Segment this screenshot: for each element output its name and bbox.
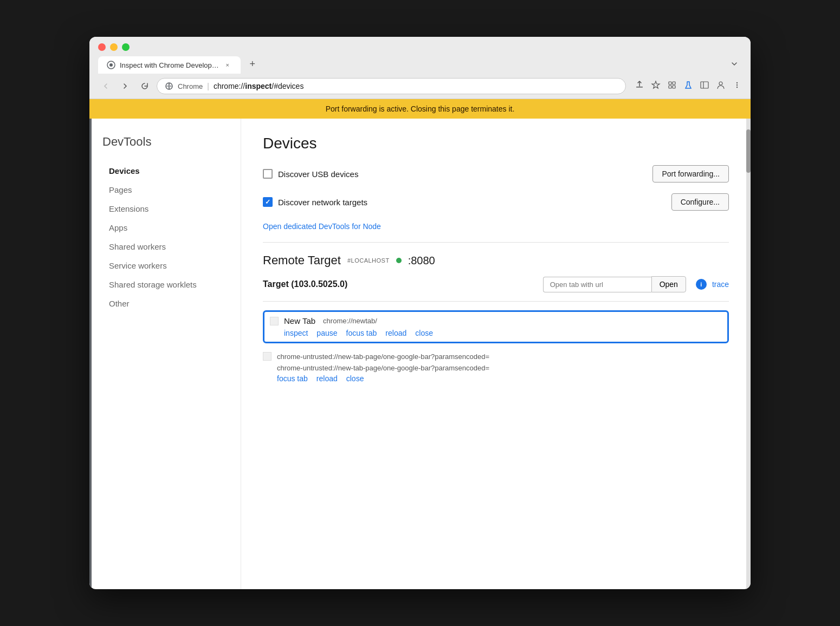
chromebar-reload-link[interactable]: reload [316,374,338,383]
divider-1 [263,242,729,243]
url-bar[interactable]: Chrome | chrome://inspect/#devices [157,78,626,94]
open-tab-button[interactable]: Open [651,276,686,292]
remote-target-title: Remote Target [263,253,341,268]
main-content: DevTools Devices Pages Extensions Apps S… [89,119,751,589]
close-button[interactable] [98,43,106,51]
newtab-header: New Tab chrome://newtab/ [270,316,722,325]
usb-checkbox[interactable] [263,169,273,179]
url-site-name: Chrome [178,82,203,90]
tab-close-button[interactable]: × [223,61,232,69]
url-input-row: Open [543,276,686,292]
localhost-badge: #LOCALHOST [347,257,390,264]
address-bar: Chrome | chrome://inspect/#devices [89,74,751,99]
sidebar-item-shared-storage-worklets[interactable]: Shared storage worklets [102,276,228,294]
port-forwarding-button[interactable]: Port forwarding... [652,165,729,182]
chromebar-favicon [263,352,272,361]
new-tab-button[interactable]: + [245,56,260,71]
sidebar-item-extensions[interactable]: Extensions [102,200,228,218]
svg-rect-3 [636,87,643,88]
remote-target-header: Remote Target #LOCALHOST :8080 [263,253,729,268]
minimize-button[interactable] [110,43,118,51]
chromebar-url-line2: chrome-untrusted://new-tab-page/one-goog… [277,364,729,372]
newtab-url: chrome://newtab/ [323,317,377,325]
port-text: :8080 [408,255,435,267]
svg-point-1 [109,63,113,67]
svg-point-13 [736,84,738,86]
share-icon[interactable] [635,80,644,92]
devtools-title: DevTools [102,135,228,149]
newtab-name: New Tab [284,316,315,325]
reload-button[interactable] [137,79,152,94]
chrome-globe-icon [165,82,173,90]
sidebar-item-pages[interactable]: Pages [102,181,228,199]
newtab-actions: inspect pause focus tab reload close [284,329,722,337]
sidebar-icon[interactable] [700,80,709,92]
url-separator: | [207,82,209,90]
chrome-icon [107,61,115,69]
network-checkbox-label[interactable]: Discover network targets [263,197,367,207]
sidebar-nav: Devices Pages Extensions Apps Shared wor… [102,162,228,312]
tab-entry-newtab: New Tab chrome://newtab/ inspect pause f… [263,310,729,343]
chromebar-url-line1: chrome-untrusted://new-tab-page/one-goog… [277,353,489,361]
sidebar-indicator [89,119,92,589]
sidebar-item-devices[interactable]: Devices [102,162,228,180]
chromebar-focus-tab-link[interactable]: focus tab [277,374,308,383]
configure-button[interactable]: Configure... [671,193,729,211]
svg-point-12 [736,82,738,83]
scrollbar[interactable] [746,119,751,589]
chevron-down-icon[interactable] [727,56,742,71]
maximize-button[interactable] [122,43,130,51]
newtab-pause-link[interactable]: pause [316,329,337,337]
open-tab-input[interactable] [543,277,651,292]
profile-icon[interactable] [716,80,726,92]
page-title: Devices [263,135,729,152]
extension-icon[interactable] [667,80,677,92]
url-text: chrome://inspect/#devices [214,82,304,90]
target-name: Target (103.0.5025.0) [263,279,347,289]
svg-rect-5 [673,82,675,84]
newtab-inspect-link[interactable]: inspect [284,329,308,337]
scrollbar-thumb[interactable] [746,129,751,173]
target-row: Target (103.0.5025.0) Open i trace [263,276,729,302]
svg-point-14 [736,87,738,88]
sidebar-item-shared-workers[interactable]: Shared workers [102,238,228,256]
trace-link[interactable]: trace [712,280,729,289]
info-button[interactable]: i [696,279,707,290]
tab-title: Inspect with Chrome Develop… [120,61,219,69]
svg-point-11 [719,82,722,85]
newtab-focus-tab-link[interactable]: focus tab [346,329,377,337]
svg-rect-4 [669,82,671,84]
star-icon[interactable] [651,80,661,92]
newtab-favicon [270,317,279,325]
tabs-row: Inspect with Chrome Develop… × + [98,56,742,74]
usb-label: Discover USB devices [278,169,358,179]
sidebar-item-service-workers[interactable]: Service workers [102,257,228,275]
newtab-close-link[interactable]: close [415,329,433,337]
forward-button[interactable] [118,79,133,94]
status-dot-green [396,258,402,263]
sidebar: DevTools Devices Pages Extensions Apps S… [89,119,241,589]
title-bar: Inspect with Chrome Develop… × + [89,37,751,74]
usb-checkbox-label[interactable]: Discover USB devices [263,169,358,179]
active-tab[interactable]: Inspect with Chrome Develop… × [98,56,241,74]
network-checkbox[interactable] [263,197,273,207]
svg-rect-6 [669,86,671,88]
sidebar-item-other[interactable]: Other [102,295,228,312]
network-label: Discover network targets [278,198,367,207]
menu-icon[interactable] [732,80,742,92]
notification-bar: Port forwarding is active. Closing this … [89,99,751,119]
chromebar-close-link[interactable]: close [346,374,364,383]
chromebar-header: chrome-untrusted://new-tab-page/one-goog… [263,352,729,361]
content-area: Devices Discover USB devices Port forwar… [241,119,751,589]
tab-entry-chromebar: chrome-untrusted://new-tab-page/one-goog… [263,352,729,383]
notification-text: Port forwarding is active. Closing this … [326,105,515,113]
newtab-reload-link[interactable]: reload [385,329,406,337]
chromebar-actions: focus tab reload close [277,374,729,383]
traffic-lights [98,43,742,51]
devtools-node-link[interactable]: Open dedicated DevTools for Node [263,222,381,231]
back-button[interactable] [98,79,113,94]
lab-icon[interactable] [683,80,693,92]
sidebar-item-apps[interactable]: Apps [102,219,228,237]
svg-rect-7 [673,86,675,88]
network-option-row: Discover network targets Configure... [263,193,729,211]
